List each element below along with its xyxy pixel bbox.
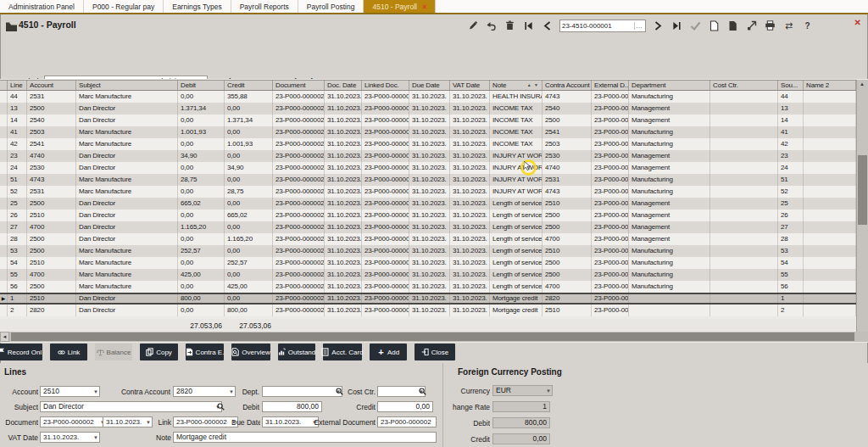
cell-linked-doc[interactable]: 23-P000-000002 (362, 221, 409, 233)
cell-sou[interactable]: 55 (778, 269, 804, 281)
cell-vat-date[interactable]: 31.10.2023. (450, 221, 490, 233)
grid-header-line[interactable]: Line (8, 81, 27, 90)
cell-sou[interactable]: 51 (778, 174, 804, 186)
cell-line[interactable]: 56 (8, 281, 27, 293)
cell-credit[interactable]: 0,00 (225, 150, 273, 162)
cell-note[interactable]: INJURY AT WORK (490, 150, 542, 162)
cell-name-2[interactable] (804, 210, 856, 221)
cell-vat-date[interactable]: 31.10.2023. (450, 245, 490, 257)
cell-external-doc[interactable]: 23-P000-000002 (592, 269, 629, 281)
cell-subject[interactable]: Dan Director (76, 305, 178, 316)
cell-linked-doc[interactable]: 23-P000-000002 (362, 233, 409, 245)
cell-contra-account[interactable]: 2531 (542, 174, 592, 186)
line-credit-field[interactable]: 0,00 (377, 401, 433, 412)
cell-cost-ctr[interactable] (710, 186, 778, 198)
cell-debit[interactable]: 28,75 (178, 174, 225, 186)
cell-vat-date[interactable]: 31.10.2023. (450, 91, 490, 103)
tab-earnings-types[interactable]: Earnings Types (164, 0, 231, 13)
chevron-down-icon[interactable]: ▼ (229, 388, 234, 395)
cell-line[interactable]: 52 (8, 186, 27, 198)
cell-sou[interactable]: 25 (778, 198, 804, 210)
dept-field[interactable]: ▼ (262, 386, 342, 397)
fcp-currency-field[interactable]: EUR▼ (492, 385, 553, 396)
cell-document[interactable]: 23-P000-000002 (273, 245, 325, 257)
cell-sou[interactable]: 52 (778, 186, 804, 198)
cell-vat-date[interactable]: 31.10.2023. (450, 294, 490, 303)
table-row-line-23[interactable]: 234740Dan Director34,900,0023-P000-00000… (0, 150, 856, 162)
cell-doc-date[interactable]: 31.10.2023. (325, 257, 362, 269)
cell-cost-ctr[interactable] (710, 115, 778, 126)
cell-note[interactable]: Mortgage credit (490, 294, 542, 303)
cell-vat-date[interactable]: 31.10.2023. (450, 174, 490, 186)
cell-subject[interactable]: Marc Manufacture (76, 91, 178, 103)
cell-line[interactable]: 53 (8, 245, 27, 257)
cell-department[interactable]: Manufacturing (629, 281, 710, 293)
cell-external-doc[interactable]: 23-P000-000002 (592, 162, 629, 174)
cell-credit[interactable]: 0,00 (225, 174, 273, 186)
cell-subject[interactable]: Dan Director (76, 221, 178, 233)
cell-credit[interactable]: 0,00 (225, 198, 273, 210)
cell-vat-date[interactable]: 31.10.2023. (450, 269, 490, 281)
cell-sou[interactable]: 54 (778, 257, 804, 269)
cell-department[interactable]: Management (629, 150, 710, 162)
overview-button[interactable]: Overview (231, 344, 270, 360)
table-row-line-52[interactable]: 522531Marc Manufacture0,0028,7523-P000-0… (0, 186, 856, 198)
table-row-line-55[interactable]: 554700Marc Manufacture425,000,0023-P000-… (0, 269, 856, 281)
cell-note[interactable]: HEALTH INSURANCE (490, 91, 542, 103)
cell-contra-account[interactable]: 4743 (542, 186, 592, 198)
cell-cost-ctr[interactable] (710, 126, 778, 138)
cell-due-date[interactable]: 31.10.2023. (409, 186, 450, 198)
link-field[interactable]: 23-P000-000002▼ (173, 416, 238, 427)
cell-subject[interactable]: Dan Director (76, 210, 178, 221)
cell-account[interactable]: 2510 (27, 257, 76, 269)
cell-account[interactable]: 2500 (27, 281, 76, 293)
cell-subject[interactable]: Marc Manufacture (76, 245, 178, 257)
cell-debit[interactable]: 0,00 (178, 186, 225, 198)
cell-sou[interactable]: 14 (778, 115, 804, 126)
cell-external-doc[interactable]: 23-P000-000002 (592, 198, 629, 210)
cell-subject[interactable]: Dan Director (76, 150, 178, 162)
add-button[interactable]: +Add (370, 344, 407, 360)
table-row-line-44[interactable]: 442531Marc Manufacture0,00355,8823-P000-… (0, 91, 856, 103)
cell-subject[interactable]: Dan Director (76, 198, 178, 210)
cell-contra-account[interactable]: 2510 (542, 305, 592, 316)
cell-note[interactable]: Length of service b (490, 233, 542, 245)
cell-note[interactable]: Mortgage credit (490, 305, 542, 316)
cell-contra-account[interactable]: 2541 (542, 126, 592, 138)
cell-due-date[interactable]: 31.10.2023. (409, 198, 450, 210)
cell-debit[interactable]: 0,00 (178, 281, 225, 293)
grid-header-note[interactable]: Note▲ ▼ (490, 81, 542, 90)
cell-line[interactable]: 23 (8, 150, 27, 162)
grid-header-due-date[interactable]: Due Date (409, 81, 450, 90)
cell-contra-account[interactable]: 4700 (542, 281, 592, 293)
cell-debit[interactable]: 425,00 (178, 269, 225, 281)
cell-name-2[interactable] (804, 305, 856, 316)
cell-external-doc[interactable]: 23-P000-000002 (592, 174, 629, 186)
cell-sou[interactable]: 28 (778, 233, 804, 245)
table-row-line-25[interactable]: 252500Dan Director665,020,0023-P000-0000… (0, 198, 856, 210)
grid-header-cost-ctr-[interactable]: Cost Ctr. (710, 81, 778, 90)
cell-debit[interactable]: 0,00 (178, 257, 225, 269)
cell-sou[interactable]: 24 (778, 162, 804, 174)
table-row-line-41[interactable]: 412503Marc Manufacture1.001,930,0023-P00… (0, 126, 856, 138)
cell-cost-ctr[interactable] (710, 245, 778, 257)
tab-payroll-reports[interactable]: Payroll Reports (231, 0, 298, 13)
cell-cost-ctr[interactable] (710, 257, 778, 269)
cell-debit[interactable]: 800,00 (178, 294, 225, 303)
cell-document[interactable]: 23-P000-000002 (273, 103, 325, 115)
cell-credit[interactable]: 1.165,20 (225, 233, 273, 245)
grid-header-department[interactable]: Department (629, 81, 710, 90)
grid-header-account[interactable]: Account (27, 81, 76, 90)
previous-record-icon[interactable] (541, 20, 554, 32)
cell-note[interactable]: INCOME TAX (490, 103, 542, 115)
cell-linked-doc[interactable]: 23-P000-000002 (362, 138, 409, 150)
cell-due-date[interactable]: 31.10.2023. (409, 281, 450, 293)
cell-sou[interactable]: 53 (778, 245, 804, 257)
cell-department[interactable]: Management (629, 103, 710, 115)
cell-subject[interactable]: Marc Manufacture (76, 269, 178, 281)
cell-department[interactable]: Manufacturing (629, 186, 710, 198)
cell-credit[interactable]: 0,00 (225, 126, 273, 138)
cell-line[interactable]: 51 (8, 174, 27, 186)
cell-account[interactable]: 2500 (27, 245, 76, 257)
cell-name-2[interactable] (804, 198, 856, 210)
